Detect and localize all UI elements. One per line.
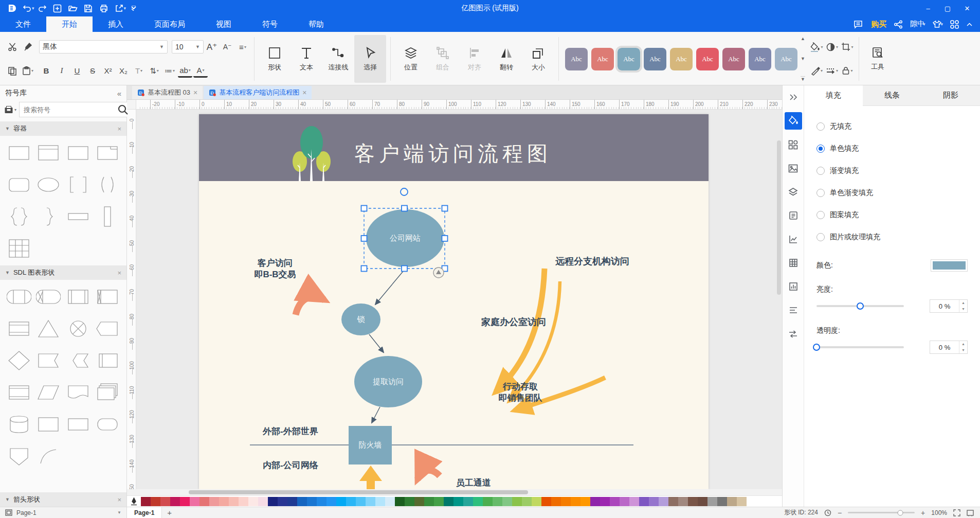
menu-item-符号[interactable]: 符号 [247, 16, 293, 32]
symbol-horizontal-bar[interactable] [65, 205, 92, 228]
transparency-spinner[interactable]: 0 % ▲▼ [930, 341, 968, 354]
close-section-icon[interactable]: × [117, 496, 121, 504]
pen-color-icon[interactable] [130, 497, 138, 506]
palette-color[interactable] [326, 497, 336, 506]
palette-color[interactable] [483, 497, 493, 506]
palette-color[interactable] [297, 497, 307, 506]
style-swatch[interactable]: Abc [670, 48, 693, 70]
document-tab[interactable]: Ð基本流程图 03× [132, 86, 203, 99]
hscroll-thumb[interactable] [189, 490, 528, 494]
size-button[interactable]: 大小 [522, 35, 554, 83]
font-size-select[interactable]: 10▼ [172, 40, 204, 53]
palette-color[interactable] [522, 497, 532, 506]
chart-box-panel-icon[interactable] [785, 278, 802, 295]
collapse-section-icon[interactable]: ▼ [5, 497, 10, 502]
palette-color[interactable] [659, 497, 668, 506]
transparency-up-icon[interactable]: ▲ [959, 341, 967, 347]
cut-button[interactable] [5, 39, 20, 55]
yellow-up-arrow[interactable] [359, 466, 382, 489]
transparency-slider[interactable] [816, 346, 904, 348]
menu-item-视图[interactable]: 视图 [201, 16, 247, 32]
diagram-title[interactable]: 客户端访问流程图 [354, 142, 552, 165]
fill-option[interactable]: 单色渐变填充 [816, 182, 968, 204]
radio-icon[interactable] [816, 122, 825, 131]
selection-handle[interactable] [442, 236, 448, 241]
palette-color[interactable] [317, 497, 326, 506]
align-button[interactable]: 对齐 [459, 35, 491, 83]
close-section-icon[interactable]: × [117, 125, 121, 133]
connector-extract-firewall[interactable] [372, 407, 380, 423]
copy-button[interactable] [5, 63, 20, 79]
fill-option[interactable]: 渐变填充 [816, 159, 968, 182]
brightness-slider[interactable] [816, 305, 904, 307]
palette-color[interactable] [717, 497, 727, 506]
shape-tool-button[interactable]: 形状 [259, 35, 291, 83]
drawing-page[interactable]: 客户端访问流程图 [199, 114, 709, 489]
gallery-down-icon[interactable]: ▼ [801, 56, 805, 61]
symbol-ellipse[interactable] [35, 173, 62, 197]
tools-button[interactable]: 工具 [863, 35, 892, 83]
zoom-level[interactable]: 100% [931, 509, 947, 516]
vertical-scrollbar[interactable] [777, 140, 781, 295]
dash-style-button[interactable]: ▾ [825, 63, 839, 79]
panel-tab-线条[interactable]: 线条 [863, 85, 921, 106]
symbol-triangle[interactable] [35, 317, 62, 341]
close-section-icon[interactable]: × [117, 269, 121, 277]
palette-color[interactable] [444, 497, 453, 506]
label-mobile-access-2[interactable]: 即销售团队 [499, 393, 543, 403]
symbol-rounded-rect[interactable] [6, 173, 32, 197]
collapse-ribbon-icon[interactable] [966, 22, 973, 27]
palette-color[interactable] [287, 497, 297, 506]
symbol-rect-lined[interactable] [6, 381, 32, 404]
symbol-rect-wave-bottom[interactable] [65, 381, 92, 404]
symbol-parallelogram[interactable] [35, 381, 62, 404]
bold-button[interactable]: B [39, 63, 53, 79]
palette-color[interactable] [366, 497, 375, 506]
palette-color[interactable] [385, 497, 395, 506]
text-align-button[interactable]: ≡▾ [235, 39, 250, 55]
search-icon[interactable] [117, 104, 129, 115]
distribute-panel-icon[interactable] [785, 301, 802, 319]
label-staff-channel[interactable]: 员工通道 [456, 478, 491, 488]
section-header-SDL 图表形状[interactable]: ▼SDL 图表形状× [0, 265, 126, 280]
palette-color[interactable] [190, 497, 199, 506]
crop-button[interactable]: ▾ [840, 39, 855, 55]
fit-window-icon[interactable] [953, 509, 960, 516]
style-swatch[interactable]: Abc [696, 48, 719, 70]
section-header-容器[interactable]: ▼容器× [0, 121, 126, 136]
node-extract-access[interactable]: 提取访问 [354, 356, 422, 407]
quick-access-customize-icon[interactable] [126, 2, 141, 15]
palette-color[interactable] [707, 497, 717, 506]
label-internal-network[interactable]: 内部-公司网络 [263, 460, 319, 470]
palette-color[interactable] [737, 497, 747, 506]
palette-color[interactable] [258, 497, 268, 506]
share-icon[interactable] [894, 20, 903, 29]
style-swatch[interactable]: Abc [591, 48, 614, 70]
palette-color[interactable] [600, 497, 610, 506]
menu-item-开始[interactable]: 开始 [46, 16, 93, 32]
strikethrough-button[interactable]: S [85, 63, 100, 79]
symbols-panel-icon[interactable] [785, 136, 802, 153]
fill-option[interactable]: 单色填充 [816, 137, 968, 159]
underline-button[interactable]: U [70, 63, 84, 79]
palette-color[interactable] [561, 497, 571, 506]
palette-color[interactable] [580, 497, 590, 506]
symbol-rounded-rect-wide[interactable] [94, 413, 121, 436]
symbol-arc[interactable] [35, 444, 62, 468]
palette-color[interactable] [629, 497, 639, 506]
section-header-箭头形状[interactable]: ▼箭头形状× [0, 492, 126, 507]
palette-color[interactable] [668, 497, 678, 506]
symbol-stadium-crossed[interactable] [35, 285, 62, 309]
symbol-rect-notch-right[interactable] [35, 349, 62, 372]
style-swatch[interactable]: Abc [565, 48, 588, 70]
quick-action-handle[interactable] [433, 267, 444, 278]
decrease-font-button[interactable]: A⁻ [220, 39, 234, 55]
new-document-button[interactable] [50, 2, 65, 15]
palette-color[interactable] [229, 497, 239, 506]
tab-close-icon[interactable]: × [193, 88, 197, 97]
fill-panel-icon[interactable] [785, 112, 802, 130]
panel-tab-阴影[interactable]: 阴影 [921, 85, 980, 106]
font-family-select[interactable]: 黑体▼ [39, 40, 168, 53]
pages-overview-icon[interactable] [5, 509, 12, 516]
menu-item-插入[interactable]: 插入 [93, 16, 139, 32]
